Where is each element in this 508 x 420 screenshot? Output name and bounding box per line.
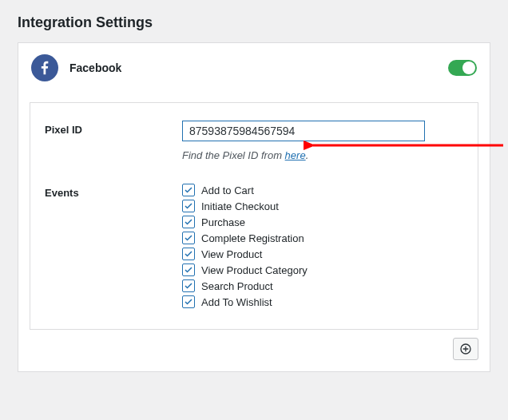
check-icon <box>184 217 193 227</box>
event-item: Initiate Checkout <box>182 200 463 212</box>
settings-panel: Pixel ID Find the Pixel ID from here. Ev… <box>30 102 478 330</box>
facebook-icon <box>31 54 58 81</box>
event-item: Add to Cart <box>182 184 463 196</box>
event-checkbox[interactable] <box>182 248 195 260</box>
event-label: Add to Cart <box>201 184 254 196</box>
pixel-id-help-link[interactable]: here <box>285 149 306 161</box>
event-checkbox[interactable] <box>182 263 195 276</box>
add-integration-button[interactable] <box>453 338 478 360</box>
event-checkbox[interactable] <box>182 216 195 228</box>
pixel-id-label: Pixel ID <box>45 121 182 136</box>
check-icon <box>184 233 193 243</box>
check-icon <box>184 185 193 195</box>
hint-suffix: . <box>306 149 309 161</box>
check-icon <box>184 281 193 291</box>
pixel-id-hint: Find the Pixel ID from here. <box>182 149 463 161</box>
event-item: View Product Category <box>182 263 463 276</box>
event-checkbox[interactable] <box>182 295 195 308</box>
check-icon <box>184 297 193 307</box>
event-label: View Product <box>201 248 262 260</box>
hint-text: Find the Pixel ID from <box>182 149 285 161</box>
integration-card: Facebook Pixel ID Find the Pixel ID from… <box>18 42 490 372</box>
event-checkbox[interactable] <box>182 184 195 196</box>
event-label: Complete Registration <box>201 232 304 244</box>
event-item: Complete Registration <box>182 232 463 244</box>
event-checkbox[interactable] <box>182 232 195 244</box>
event-label: Purchase <box>201 216 245 228</box>
event-item: Search Product <box>182 279 463 292</box>
event-label: View Product Category <box>201 264 308 276</box>
event-item: View Product <box>182 248 463 260</box>
event-label: Search Product <box>201 280 273 292</box>
event-checkbox[interactable] <box>182 279 195 292</box>
event-item: Add To Wishlist <box>182 295 463 308</box>
event-item: Purchase <box>182 216 463 228</box>
pixel-id-row: Pixel ID Find the Pixel ID from here. <box>45 121 463 161</box>
event-checkbox[interactable] <box>182 200 195 212</box>
pixel-id-input[interactable] <box>182 121 425 141</box>
check-icon <box>184 249 193 259</box>
event-label: Add To Wishlist <box>201 296 272 308</box>
integration-toggle[interactable] <box>448 60 477 76</box>
plus-circle-icon <box>459 343 472 355</box>
events-label: Events <box>45 184 182 199</box>
integration-name: Facebook <box>69 61 121 74</box>
integration-brand: Facebook <box>31 54 121 81</box>
event-label: Initiate Checkout <box>201 200 279 212</box>
integration-header: Facebook <box>30 53 478 83</box>
check-icon <box>184 201 193 211</box>
check-icon <box>184 265 193 275</box>
events-list: Add to CartInitiate CheckoutPurchaseComp… <box>182 184 463 308</box>
events-row: Events Add to CartInitiate CheckoutPurch… <box>45 184 463 311</box>
page-title: Integration Settings <box>18 14 490 31</box>
